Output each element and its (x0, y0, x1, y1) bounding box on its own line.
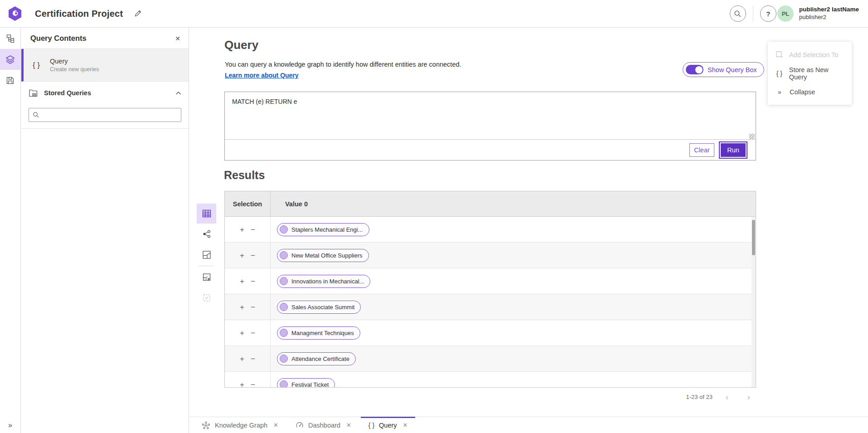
link-chart-view-button[interactable] (197, 224, 216, 244)
menu-item-label: Add Selection To (789, 51, 839, 58)
table-row: + − Attendance Certificate (225, 346, 756, 372)
entity-icon (280, 277, 288, 285)
map-view-button[interactable] (197, 244, 216, 265)
new-map-view-button[interactable] (197, 267, 216, 287)
add-to-selection-button[interactable]: + (240, 329, 244, 337)
entity-icon (280, 329, 288, 337)
chevron-up-icon (175, 91, 181, 95)
knowledge-graph-icon (202, 421, 210, 429)
entity-icon (280, 303, 288, 311)
pagination: 1-23 of 23 ‹ › (224, 388, 756, 406)
remove-from-selection-button[interactable]: − (251, 226, 255, 234)
menu-item-store-as-new-query[interactable]: { } Store as New Query (768, 64, 852, 83)
value-cell: Managment Techniques (271, 320, 756, 345)
app-logo-icon[interactable] (8, 6, 22, 21)
toggle-knob (695, 66, 703, 73)
search-input[interactable] (29, 108, 181, 122)
document-tab-bar: Knowledge Graph ✕ Dashboard ✕ { } Query … (189, 417, 868, 433)
query-editor-card: MATCH (e) RETURN e Clear Run (224, 92, 756, 161)
close-tab-button[interactable]: ✕ (403, 422, 408, 428)
next-page-button[interactable]: › (742, 393, 756, 401)
entity-pill[interactable]: Festival Ticket (277, 378, 335, 388)
add-to-selection-button[interactable]: + (240, 303, 244, 311)
menu-item-collapse[interactable]: » Collapse (768, 83, 852, 101)
top-bar: Certification Project ? PL publisher2 la… (0, 0, 868, 28)
remove-from-selection-button[interactable]: − (251, 252, 255, 259)
remove-from-selection-button[interactable]: − (251, 303, 255, 311)
show-query-box-toggle[interactable]: Show Query Box (683, 62, 764, 77)
add-to-selection-button[interactable]: + (240, 226, 244, 234)
stored-queries-label: Stored Queries (44, 89, 170, 97)
remove-from-selection-button[interactable]: − (251, 277, 255, 285)
results-title: Results (224, 169, 265, 182)
entity-icon (280, 355, 288, 363)
value-cell: New Metal Office Suppliers (271, 243, 756, 268)
remove-from-selection-button[interactable]: − (251, 355, 255, 363)
entity-pill[interactable]: Sales Associate Summit (277, 301, 361, 314)
tab-knowledge-graph[interactable]: Knowledge Graph ✕ (194, 417, 286, 433)
rail-item-save[interactable] (0, 70, 20, 91)
search-button[interactable] (730, 5, 746, 22)
table-scrollbar[interactable] (752, 217, 756, 387)
hierarchy-icon (6, 34, 15, 43)
entity-pill[interactable]: Innovations in Mechanical... (277, 275, 370, 288)
rail-item-contents[interactable] (0, 49, 20, 70)
query-context-menu: Add Selection To { } Store as New Query … (768, 42, 852, 105)
tab-label: Dashboard (308, 422, 340, 429)
avatar-initials: PL (782, 10, 790, 17)
dashed-box-icon (202, 293, 211, 302)
results-table: Selection Value 0 + − Staplers Mechanica… (224, 191, 756, 388)
value-cell: Staplers Mechanical Engi... (271, 217, 756, 242)
entity-label: Managment Techniques (291, 330, 354, 336)
save-icon (6, 76, 15, 85)
entity-pill[interactable]: New Metal Office Suppliers (277, 249, 369, 262)
tab-dashboard[interactable]: Dashboard ✕ (288, 417, 359, 433)
entity-pill[interactable]: Staplers Mechanical Engi... (277, 223, 369, 236)
query-textarea[interactable]: MATCH (e) RETURN e (225, 92, 756, 140)
rail-item-data-model[interactable] (0, 28, 20, 49)
value-cell: Festival Ticket (271, 372, 756, 388)
query-contents-panel: Query Contents ✕ { } Query Create new qu… (21, 28, 189, 433)
toggle-switch-on[interactable] (686, 65, 703, 74)
query-description: You can query a knowledge graph to ident… (225, 61, 461, 68)
clear-button[interactable]: Clear (689, 143, 714, 157)
add-to-selection-button[interactable]: + (240, 355, 244, 363)
remove-from-selection-button[interactable]: − (251, 381, 255, 388)
selection-view-button-disabled (197, 287, 216, 308)
entity-pill[interactable]: Managment Techniques (277, 326, 360, 340)
add-to-selection-button[interactable]: + (240, 277, 244, 285)
close-panel-button[interactable]: ✕ (175, 35, 180, 42)
close-tab-button[interactable]: ✕ (346, 422, 351, 428)
remove-from-selection-button[interactable]: − (251, 329, 255, 337)
edit-title-button[interactable] (134, 10, 142, 18)
help-button[interactable]: ? (760, 5, 776, 22)
add-to-selection-button[interactable]: + (240, 252, 244, 259)
entity-label: Attendance Certificate (291, 355, 349, 362)
close-tab-button[interactable]: ✕ (273, 422, 278, 428)
user-menu[interactable]: publisher2 lastName publisher2 (799, 6, 859, 21)
learn-more-link[interactable]: Learn more about Query (225, 72, 299, 79)
table-view-button[interactable] (197, 204, 216, 224)
braces-icon: { } (29, 61, 44, 70)
scrollbar-thumb[interactable] (752, 220, 755, 255)
map-icon (202, 250, 211, 259)
pagination-range: 1-23 of 23 (686, 394, 713, 400)
panel-item-query[interactable]: { } Query Create new queries (21, 49, 189, 82)
value-cell: Attendance Certificate (271, 346, 756, 371)
entity-pill[interactable]: Attendance Certificate (277, 352, 356, 365)
avatar[interactable]: PL (777, 5, 794, 22)
add-to-selection-button[interactable]: + (240, 381, 244, 388)
tab-query[interactable]: { } Query ✕ (361, 417, 416, 433)
resize-handle[interactable] (749, 134, 755, 139)
run-button[interactable]: Run (721, 143, 746, 157)
previous-page-button[interactable]: ‹ (720, 393, 734, 401)
expand-rail-button[interactable]: » (0, 421, 20, 429)
stored-queries-header[interactable]: Stored Queries (21, 82, 189, 104)
page-title: Query (224, 38, 258, 52)
entity-icon (280, 225, 288, 234)
tab-label: Query (379, 422, 397, 429)
panel-title: Query Contents (30, 34, 175, 43)
table-row: + − New Metal Office Suppliers (225, 243, 756, 268)
layers-icon (5, 54, 15, 65)
selection-cell: + − (225, 217, 271, 242)
